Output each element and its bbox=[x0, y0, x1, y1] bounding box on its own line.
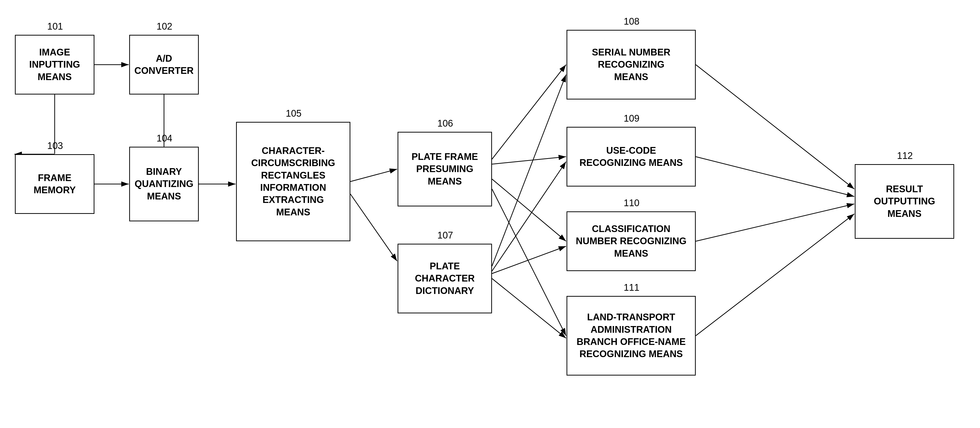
svg-line-15 bbox=[492, 162, 566, 271]
box-text-box102: A/D CONVERTER bbox=[134, 53, 194, 77]
label-box103: 103 bbox=[47, 141, 63, 151]
box-text-box106: PLATE FRAME PRESUMING MEANS bbox=[412, 151, 478, 187]
diagram: 101IMAGE INPUTTING MEANS102A/D CONVERTER… bbox=[0, 0, 980, 428]
svg-line-20 bbox=[696, 204, 854, 241]
svg-line-9 bbox=[350, 194, 397, 261]
box-box104: BINARY QUANTIZING MEANS bbox=[129, 147, 199, 221]
box-box110: CLASSIFICATION NUMBER RECOGNIZING MEANS bbox=[566, 211, 696, 271]
box-box103: FRAME MEMORY bbox=[15, 154, 94, 214]
label-box102: 102 bbox=[156, 21, 172, 32]
svg-line-12 bbox=[492, 179, 566, 241]
svg-line-10 bbox=[492, 65, 566, 159]
svg-line-16 bbox=[492, 246, 566, 273]
label-box101: 101 bbox=[47, 21, 63, 32]
box-box109: USE-CODE RECOGNIZING MEANS bbox=[566, 127, 696, 187]
svg-line-13 bbox=[492, 189, 566, 336]
box-text-box110: CLASSIFICATION NUMBER RECOGNIZING MEANS bbox=[576, 223, 686, 260]
box-text-box101: IMAGE INPUTTING MEANS bbox=[29, 46, 80, 83]
box-text-box108: SERIAL NUMBER RECOGNIZING MEANS bbox=[592, 46, 670, 83]
box-box105: CHARACTER- CIRCUMSCRIBING RECTANGLES INF… bbox=[236, 122, 350, 241]
label-box107: 107 bbox=[438, 230, 453, 241]
svg-line-11 bbox=[492, 157, 566, 164]
label-box110: 110 bbox=[624, 198, 640, 208]
svg-line-19 bbox=[696, 157, 854, 196]
box-text-box103: FRAME MEMORY bbox=[33, 172, 76, 196]
label-box105: 105 bbox=[286, 108, 301, 119]
box-box108: SERIAL NUMBER RECOGNIZING MEANS bbox=[566, 30, 696, 99]
label-box109: 109 bbox=[624, 113, 640, 124]
label-box108: 108 bbox=[624, 16, 640, 27]
box-box106: PLATE FRAME PRESUMING MEANS bbox=[398, 132, 492, 206]
svg-line-8 bbox=[350, 169, 397, 182]
label-box111: 111 bbox=[624, 282, 640, 293]
box-text-box111: LAND-TRANSPORT ADMINISTRATION BRANCH OFF… bbox=[576, 311, 686, 360]
label-box106: 106 bbox=[438, 118, 453, 129]
svg-line-17 bbox=[492, 278, 566, 338]
box-box112: RESULT OUTPUTTING MEANS bbox=[855, 164, 954, 239]
svg-line-18 bbox=[696, 65, 854, 189]
label-box104: 104 bbox=[156, 133, 172, 144]
svg-line-14 bbox=[492, 75, 566, 266]
box-box101: IMAGE INPUTTING MEANS bbox=[15, 35, 94, 94]
box-text-box105: CHARACTER- CIRCUMSCRIBING RECTANGLES INF… bbox=[251, 145, 335, 218]
box-text-box109: USE-CODE RECOGNIZING MEANS bbox=[579, 144, 683, 169]
box-text-box104: BINARY QUANTIZING MEANS bbox=[135, 166, 193, 203]
box-text-box107: PLATE CHARACTER DICTIONARY bbox=[415, 260, 475, 297]
svg-line-21 bbox=[696, 214, 854, 336]
box-box107: PLATE CHARACTER DICTIONARY bbox=[398, 244, 492, 313]
box-box111: LAND-TRANSPORT ADMINISTRATION BRANCH OFF… bbox=[566, 296, 696, 375]
box-box102: A/D CONVERTER bbox=[129, 35, 199, 94]
label-box112: 112 bbox=[897, 150, 913, 161]
box-text-box112: RESULT OUTPUTTING MEANS bbox=[874, 183, 935, 220]
